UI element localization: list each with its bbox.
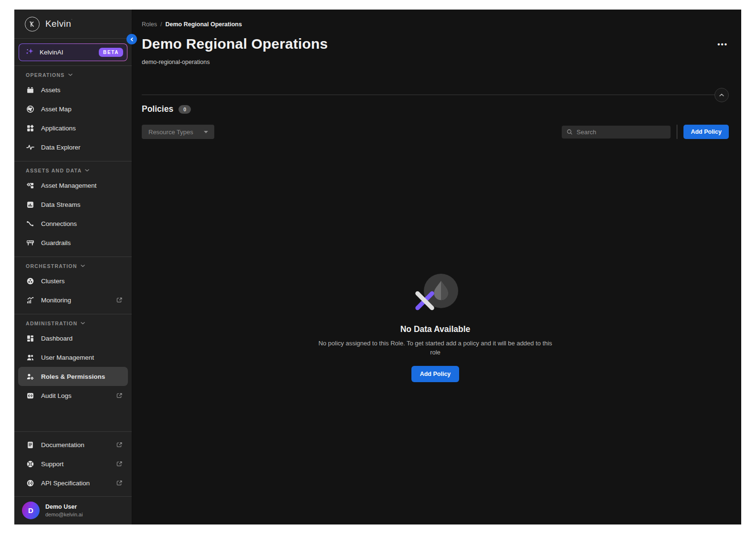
sidebar-item-monitoring[interactable]: Monitoring [18, 290, 128, 310]
sidebar-item-label: Monitoring [41, 297, 71, 304]
search-icon [567, 128, 573, 135]
monitoring-icon [26, 296, 34, 304]
sidebar-item-label: Data Explorer [41, 144, 81, 151]
add-policy-button[interactable]: Add Policy [683, 125, 729, 139]
section-heading-label: ORCHESTRATION [26, 263, 77, 269]
no-data-icon [411, 274, 459, 314]
dashboard-icon [26, 334, 34, 342]
empty-state-description: No policy assigned to this Role. To get … [315, 339, 556, 357]
toolbar-divider [677, 125, 677, 139]
x-mark-icon [411, 287, 438, 314]
audit-logs-icon [26, 392, 34, 400]
breadcrumb: Roles / Demo Regional Operations [142, 10, 729, 28]
chevron-left-icon [129, 37, 135, 42]
sidebar-item-asset-map[interactable]: Asset Map [18, 99, 128, 118]
sidebar-item-label: Documentation [41, 441, 84, 449]
data-streams-icon [26, 201, 34, 209]
main-content: Roles / Demo Regional Operations Demo Re… [132, 10, 741, 524]
caret-down-icon [204, 131, 208, 133]
sidebar-item-kelvinai[interactable]: KelvinAI BETA [19, 43, 127, 61]
sidebar-item-label: Dashboard [41, 335, 73, 342]
breadcrumb-roles-link[interactable]: Roles [142, 21, 157, 28]
sidebar-item-user-management[interactable]: User Management [18, 348, 128, 367]
sidebar-item-label: Applications [41, 125, 76, 132]
section-heading-label: ASSETS AND DATA [26, 168, 82, 173]
sidebar-item-data-explorer[interactable]: Data Explorer [18, 138, 128, 157]
chevron-down-icon [81, 265, 85, 268]
sidebar-item-documentation[interactable]: Documentation [18, 435, 128, 454]
sidebar-item-label: Audit Logs [41, 392, 72, 399]
section-heading-administration[interactable]: ADMINISTRATION [14, 314, 132, 329]
sidebar-item-api-specification[interactable]: API Specification [18, 473, 128, 492]
sidebar-item-audit-logs[interactable]: Audit Logs [18, 386, 128, 405]
sidebar-item-label: Support [41, 460, 63, 468]
sidebar-item-label: Connections [41, 220, 77, 227]
user-name: Demo User [45, 503, 83, 510]
external-link-icon [116, 441, 123, 448]
header-divider [142, 88, 729, 102]
assets-icon [26, 86, 34, 94]
sidebar-footer: Documentation Support API Specification … [14, 431, 132, 524]
sidebar-item-label: Guardrails [41, 239, 71, 246]
external-link-icon [116, 460, 123, 467]
policies-count-badge: 0 [178, 105, 191, 114]
api-specification-icon [26, 479, 34, 487]
resource-types-label: Resource Types [148, 128, 193, 136]
user-profile[interactable]: D Demo User demo@kelvin.ai [14, 497, 132, 524]
sidebar-item-data-streams[interactable]: Data Streams [18, 195, 128, 214]
sidebar-item-label: Clusters [41, 278, 65, 285]
guardrails-icon [26, 239, 34, 247]
sidebar-item-label: Assets [41, 86, 61, 94]
roles-permissions-icon [26, 373, 34, 381]
section-heading-label: ADMINISTRATION [26, 321, 77, 326]
more-options-button[interactable]: ••• [716, 38, 729, 50]
breadcrumb-current: Demo Regional Operations [165, 21, 242, 28]
search-input[interactable] [577, 128, 666, 136]
add-policy-button-empty-state[interactable]: Add Policy [411, 366, 460, 382]
external-link-icon [116, 480, 123, 486]
chevron-down-icon [81, 322, 85, 325]
policies-heading: Policies [142, 104, 173, 114]
section-heading-operations[interactable]: OPERATIONS [14, 66, 132, 80]
sidebar-item-assets[interactable]: Assets [18, 80, 128, 99]
page-title: Demo Regional Operations [142, 36, 328, 52]
sidebar-item-guardrails[interactable]: Guardrails [18, 233, 128, 252]
sidebar-item-label: Asset Management [41, 182, 96, 189]
sidebar-item-asset-management[interactable]: Asset Management [18, 176, 128, 195]
sidebar-item-label: Data Streams [41, 201, 81, 208]
collapse-sidebar-button[interactable] [126, 34, 137, 44]
brand-logo[interactable]: Kelvin˙ [14, 10, 132, 39]
section-heading-orchestration[interactable]: ORCHESTRATION [14, 257, 132, 271]
kelvin-logo-icon [25, 17, 40, 32]
brand-trademark: ˙ [71, 19, 73, 23]
external-link-icon [116, 392, 123, 399]
sidebar-item-connections[interactable]: Connections [18, 214, 128, 233]
user-management-icon [26, 353, 34, 362]
chevron-up-icon [718, 92, 725, 98]
user-email: demo@kelvin.ai [45, 512, 83, 517]
empty-state: No Data Available No policy assigned to … [142, 274, 729, 382]
support-icon [26, 460, 34, 468]
applications-icon [26, 124, 34, 132]
documentation-icon [26, 441, 34, 449]
collapse-panel-button[interactable] [714, 88, 729, 102]
sidebar-item-applications[interactable]: Applications [18, 118, 128, 138]
search-box [562, 126, 671, 139]
empty-state-title: No Data Available [400, 324, 471, 334]
clusters-icon [26, 277, 34, 285]
sidebar-item-label: API Specification [41, 480, 90, 487]
brand-name: Kelvin˙ [45, 19, 73, 29]
resource-types-dropdown[interactable]: Resource Types [142, 125, 214, 139]
page-subtitle: demo-regional-operations [142, 59, 729, 65]
asset-map-icon [26, 105, 34, 113]
section-heading-assets-and-data[interactable]: ASSETS AND DATA [14, 161, 132, 176]
sidebar-item-clusters[interactable]: Clusters [18, 271, 128, 290]
policies-toolbar: Resource Types Add Policy [142, 125, 729, 139]
sidebar-item-roles-permissions[interactable]: Roles & Permissions [18, 367, 128, 386]
sparkles-icon [25, 47, 34, 58]
app-window: Kelvin˙ KelvinAI BETA OPERATIONS Assets … [14, 10, 741, 524]
sidebar-item-dashboard[interactable]: Dashboard [18, 329, 128, 348]
policies-section-header: Policies 0 [142, 104, 729, 114]
sidebar-item-support[interactable]: Support [18, 454, 128, 473]
sidebar-item-label: User Management [41, 354, 94, 361]
